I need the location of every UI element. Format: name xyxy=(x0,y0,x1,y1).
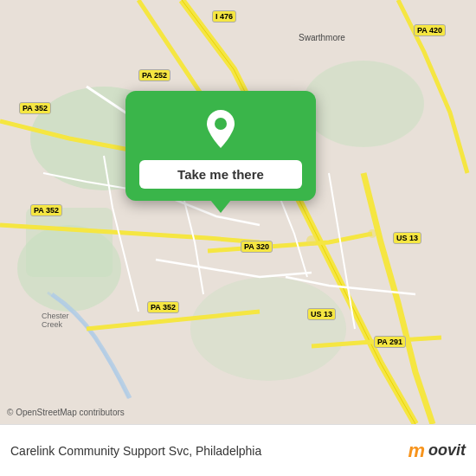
popup-card: Take me there xyxy=(125,91,316,201)
map-container: I 476 PA 252 PA 352 PA 352 PA 352 PA 420… xyxy=(0,0,476,424)
map-background xyxy=(0,0,476,424)
moovit-m-letter: m xyxy=(408,440,425,462)
info-bar: Carelink Community Support Svc, Philadel… xyxy=(0,424,476,476)
moovit-wordmark: oovit xyxy=(428,441,466,460)
copyright-text: © OpenStreetMap contributors xyxy=(7,408,125,417)
chester-creek-label: ChesterCreek xyxy=(42,312,69,329)
road-badge-pa320: PA 320 xyxy=(241,241,273,253)
moovit-logo: m oovit xyxy=(408,440,466,462)
svg-point-7 xyxy=(368,229,376,238)
road-badge-us13-2: US 13 xyxy=(307,308,336,320)
road-badge-pa352-1: PA 352 xyxy=(19,102,51,114)
svg-rect-4 xyxy=(26,208,113,277)
swarthmore-label: Swarthmore xyxy=(299,33,345,42)
svg-point-8 xyxy=(215,118,227,130)
take-me-there-button[interactable]: Take me there xyxy=(139,160,302,189)
svg-point-3 xyxy=(303,61,424,147)
road-badge-i476: I 476 xyxy=(212,10,236,23)
road-badge-pa420: PA 420 xyxy=(414,24,446,36)
svg-point-5 xyxy=(190,277,346,381)
road-badge-pa252: PA 252 xyxy=(138,69,170,81)
place-name: Carelink Community Support Svc, Philadel… xyxy=(10,444,408,458)
road-badge-us13-1: US 13 xyxy=(393,232,421,244)
road-badge-pa352-2: PA 352 xyxy=(30,204,62,216)
road-badge-pa352-3: PA 352 xyxy=(147,301,179,313)
location-pin-icon xyxy=(198,106,243,151)
svg-point-6 xyxy=(306,235,317,246)
road-badge-pa291: PA 291 xyxy=(374,336,406,348)
